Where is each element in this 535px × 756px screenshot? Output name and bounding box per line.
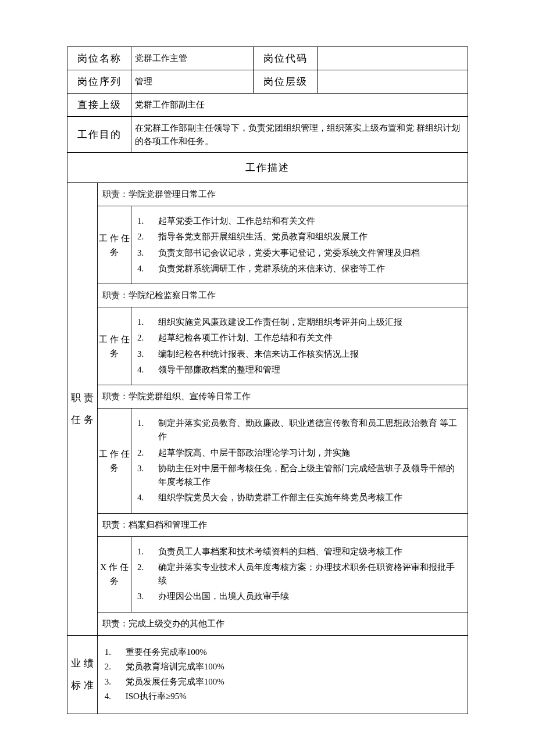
duty-1-tasks-cell: 1.组织实施党风廉政建设工作责任制，定期组织考评并向上级汇报 2.起草纪检各项工…	[131, 307, 468, 385]
standards-list: 1.重要任务完成率100% 2.党员教育培训完成率100% 3.党员发展任务完成…	[101, 640, 464, 709]
label-position-name: 岗位名称	[67, 47, 131, 70]
standards-cell: 1.重要任务完成率100% 2.党员教育培训完成率100% 3.党员发展任务完成…	[97, 635, 468, 714]
value-position-code	[318, 47, 468, 70]
list-item: 4.组织学院党员大会，协助党群工作部主任实施年终党员考核工作	[137, 490, 462, 506]
list-item: 4.领导干部廉政档案的整理和管理	[137, 362, 462, 378]
task-text: 制定并落实党员教育、勤政廉政、职业道德宣传教育和员工思想政治教育 等工作	[158, 417, 462, 444]
standard-text: ISO执行率≥95%	[126, 689, 187, 704]
task-text: 协助主任对中层干部考核任免，配合上级主管部门完成经营班子及领导干部的年度考核工作	[158, 462, 462, 489]
value-supervisor: 党群工作部副主任	[131, 94, 468, 117]
list-item: 1.制定并落实党员教育、勤政廉政、职业道德宣传教育和员工思想政治教育 等工作	[137, 415, 462, 445]
task-text: 负责支部书记会议记录，党委大事记登记，党委系统文件管理及归档	[158, 246, 462, 260]
list-item: 2.起草学院高、中层干部政治理论学习计划，并实施	[137, 445, 462, 461]
label-position-code: 岗位代码	[254, 47, 318, 70]
duty-4-title: 职责：完成上级交办的其他工作	[97, 612, 468, 635]
label-purpose: 工作目的	[67, 117, 131, 153]
standard-text: 党员教育培训完成率100%	[126, 660, 224, 675]
list-item: 4.负责党群系统调研工作，党群系统的来信来访、保密等工作	[137, 261, 462, 277]
value-purpose: 在党群工作部副主任领导下，负责党团组织管理，组织落实上级布置和党 群组织计划的各…	[131, 117, 468, 153]
task-text: 起草纪检各项工作计划、工作总结和有关文件	[158, 331, 462, 345]
standards-row: 业 绩 标 准 1.重要任务完成率100% 2.党员教育培训完成率100% 3.…	[67, 635, 468, 714]
duty-2-title: 职责：学院党群组织、宣传等日常工作	[97, 385, 468, 409]
row-section-title: 工作描述	[67, 153, 468, 183]
duty-2-task-list: 1.制定并落实党员教育、勤政廉政、职业道德宣传教育和员工思想政治教育 等工作 2…	[135, 413, 464, 508]
work-description-title: 工作描述	[67, 153, 468, 183]
list-item: 3.党员发展任务完成率100%	[105, 675, 461, 690]
duty-2-title-row: 职责：学院党群组织、宣传等日常工作	[67, 385, 468, 409]
list-item: 1.负责员工人事档案和技术考绩资料的归档、管理和定级考核工作	[137, 544, 462, 560]
duty-2-tasks-cell: 1.制定并落实党员教育、勤政廉政、职业道德宣传教育和员工思想政治教育 等工作 2…	[131, 409, 468, 514]
duty-1-title: 职责：学院纪检监察日常工作	[97, 284, 468, 307]
label-position-level: 岗位层级	[254, 70, 318, 94]
task-text: 起草学院高、中层干部政治理论学习计划，并实施	[158, 446, 462, 460]
duty-3-title: 职责：档案归档和管理工作	[97, 513, 468, 536]
standard-text: 重要任务完成率100%	[126, 645, 207, 660]
task-text: 组织实施党风廉政建设工作责任制，定期组织考评并向上级汇报	[158, 316, 462, 329]
list-item: 2.起草纪检各项工作计划、工作总结和有关文件	[137, 330, 462, 346]
duty-1-task-list: 1.组织实施党风廉政建设工作责任制，定期组织考评并向上级汇报 2.起草纪检各项工…	[135, 312, 464, 380]
task-text: 组织学院党员大会，协助党群工作部主任实施年终党员考核工作	[158, 491, 462, 504]
list-item: 3.编制纪检各种统计报表、来信来访工作核实情况上报	[137, 346, 462, 362]
task-text: 领导干部廉政档案的整理和管理	[158, 363, 462, 377]
duty-3-task-list: 1.负责员工人事档案和技术考绩资料的归档、管理和定级考核工作 2.确定并落实专业…	[135, 542, 464, 607]
duty-3-tasks-cell: 1.负责员工人事档案和技术考绩资料的归档、管理和定级考核工作 2.确定并落实专业…	[131, 536, 468, 612]
duty-1-sub-label: 工 作 任 务	[97, 307, 131, 385]
list-item: 1.重要任务完成率100%	[105, 645, 461, 660]
duty-4-title-row: 职责：完成上级交办的其他工作	[67, 612, 468, 635]
list-item: 3.协助主任对中层干部考核任免，配合上级主管部门完成经营班子及领导干部的年度考核…	[137, 461, 462, 490]
duty-3-tasks-row: X 作 任 务 1.负责员工人事档案和技术考绩资料的归档、管理和定级考核工作 2…	[67, 536, 468, 612]
label-supervisor: 直接上级	[67, 94, 131, 117]
duty-1-title-row: 职责：学院纪检监察日常工作	[67, 284, 468, 307]
list-item: 1.起草党委工作计划、工作总结和有关文件	[137, 213, 462, 229]
row-position-series: 岗位序列 管理 岗位层级	[67, 70, 468, 94]
list-item: 2.指导各党支部开展组织生活、党员教育和组织发展工作	[137, 229, 462, 245]
standard-text: 党员发展任务完成率100%	[126, 675, 224, 690]
duty-0-tasks-row: 工 作 任 务 1.起草党委工作计划、工作总结和有关文件 2.指导各党支部开展组…	[67, 206, 468, 284]
value-position-name: 党群工作主管	[131, 47, 254, 70]
list-item: 3.负责支部书记会议记录，党委大事记登记，党委系统文件管理及归档	[137, 245, 462, 261]
task-text: 起草党委工作计划、工作总结和有关文件	[158, 214, 462, 228]
duty-2-tasks-row: 工 作 任 务 1.制定并落实党员教育、勤政廉政、职业道德宣传教育和员工思想政治…	[67, 409, 468, 514]
row-supervisor: 直接上级 党群工作部副主任	[67, 94, 468, 117]
value-position-series: 管理	[131, 70, 254, 94]
row-position-name: 岗位名称 党群工作主管 岗位代码	[67, 47, 468, 70]
list-item: 4.ISO执行率≥95%	[105, 689, 461, 704]
duty-3-sub-label: X 作 任 务	[97, 536, 131, 612]
task-text: 办理因公出国，出境人员政审手续	[158, 590, 462, 603]
duty-0-task-list: 1.起草党委工作计划、工作总结和有关文件 2.指导各党支部开展组织生活、党员教育…	[135, 211, 464, 279]
list-item: 3.办理因公出国，出境人员政审手续	[137, 589, 462, 604]
job-description-table: 岗位名称 党群工作主管 岗位代码 岗位序列 管理 岗位层级 直接上级 党群工作部…	[67, 46, 468, 714]
duty-0-tasks-cell: 1.起草党委工作计划、工作总结和有关文件 2.指导各党支部开展组织生活、党员教育…	[131, 206, 468, 284]
duty-0-title-row: 职 责 任 务 职责：学院党群管理日常工作	[67, 183, 468, 206]
duty-2-sub-label: 工 作 任 务	[97, 409, 131, 514]
task-text: 编制纪检各种统计报表、来信来访工作核实情况上报	[158, 347, 462, 361]
task-text: 指导各党支部开展组织生活、党员教育和组织发展工作	[158, 230, 462, 243]
task-text: 负责党群系统调研工作，党群系统的来信来访、保密等工作	[158, 262, 462, 275]
duty-3-title-row: 职责：档案归档和管理工作	[67, 513, 468, 536]
label-position-series: 岗位序列	[67, 70, 131, 94]
task-text: 负责员工人事档案和技术考绩资料的归档、管理和定级考核工作	[158, 545, 462, 558]
list-item: 2.党员教育培训完成率100%	[105, 660, 461, 675]
duty-0-title: 职责：学院党群管理日常工作	[97, 183, 468, 206]
list-item: 1.组织实施党风廉政建设工作责任制，定期组织考评并向上级汇报	[137, 314, 462, 330]
standards-vertical-label: 业 绩 标 准	[67, 635, 98, 714]
row-purpose: 工作目的 在党群工作部副主任领导下，负责党团组织管理，组织落实上级布置和党 群组…	[67, 117, 468, 153]
list-item: 2.确定并落实专业技术人员年度考核方案；办理技术职务任职资格评审和报批手续	[137, 560, 462, 589]
duties-vertical-label: 职 责 任 务	[67, 183, 98, 636]
value-position-level	[318, 70, 468, 94]
duty-1-tasks-row: 工 作 任 务 1.组织实施党风廉政建设工作责任制，定期组织考评并向上级汇报 2…	[67, 307, 468, 385]
duty-0-sub-label: 工 作 任 务	[97, 206, 131, 284]
task-text: 确定并落实专业技术人员年度考核方案；办理技术职务任职资格评审和报批手续	[158, 561, 462, 588]
